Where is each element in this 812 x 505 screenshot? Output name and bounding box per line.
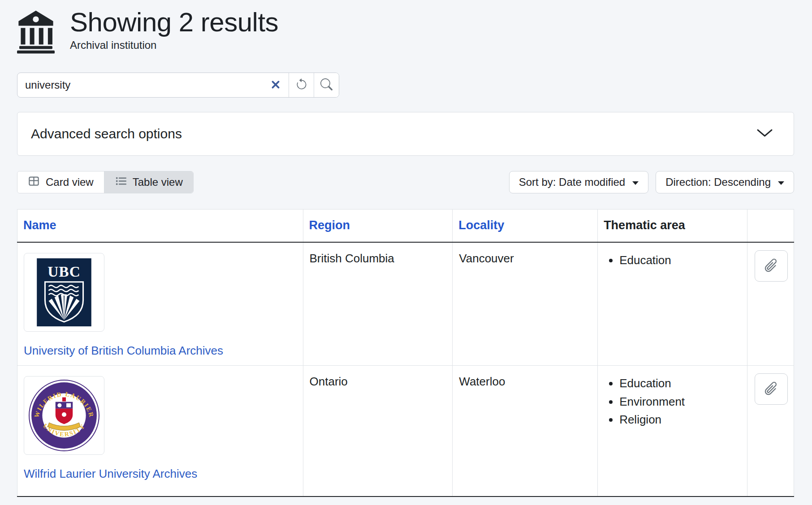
thematic-area-cell: Education bbox=[598, 242, 747, 366]
sort-name-link[interactable]: Name bbox=[23, 218, 56, 232]
locality-cell: Vancouver bbox=[453, 242, 598, 366]
region-cell: British Columbia bbox=[303, 242, 453, 366]
grid-icon bbox=[28, 175, 40, 190]
wilfrid-laurier-seal-logo[interactable]: WILFRID LAURIER UNIVERSITY bbox=[24, 376, 104, 455]
table-header-row: Name Region Locality Thematic area bbox=[17, 210, 794, 243]
column-header-locality: Locality bbox=[453, 210, 598, 243]
attachments-cell bbox=[747, 366, 794, 496]
attachments-cell bbox=[747, 242, 794, 366]
card-view-button[interactable]: Card view bbox=[17, 171, 104, 193]
theme-item: Religion bbox=[619, 411, 741, 429]
chevron-down-icon bbox=[756, 128, 773, 140]
direction-dropdown[interactable]: Direction: Descending bbox=[656, 171, 794, 193]
clear-search-button[interactable] bbox=[267, 77, 284, 94]
view-toggle-group: Card view Table view bbox=[17, 171, 194, 193]
table-row: UBC University o bbox=[17, 242, 794, 366]
thematic-area-cell: Education Environment Religion bbox=[598, 366, 747, 496]
locality-value: Vancouver bbox=[459, 250, 591, 265]
region-value: Ontario bbox=[310, 373, 446, 389]
caret-down-icon bbox=[778, 181, 784, 185]
name-cell: WILFRID LAURIER UNIVERSITY bbox=[17, 366, 303, 496]
column-header-attachments bbox=[747, 210, 794, 243]
sort-by-label: Sort by: Date modified bbox=[519, 176, 625, 188]
theme-item: Education bbox=[619, 251, 741, 270]
page-title: Showing 2 results bbox=[70, 8, 278, 36]
page-header: Showing 2 results Archival institution bbox=[17, 8, 794, 56]
paperclip-icon bbox=[763, 381, 779, 398]
sort-region-link[interactable]: Region bbox=[309, 218, 350, 232]
table-row: WILFRID LAURIER UNIVERSITY bbox=[17, 366, 794, 496]
direction-label: Direction: Descending bbox=[665, 176, 771, 188]
results-toolbar: Card view Table view Sort by bbox=[17, 171, 794, 193]
caret-down-icon bbox=[632, 181, 639, 185]
search-icon bbox=[320, 78, 333, 92]
result-name-link[interactable]: Wilfrid Laurier University Archives bbox=[24, 467, 197, 480]
column-header-thematic-area: Thematic area bbox=[598, 210, 747, 243]
table-view-label: Table view bbox=[133, 176, 183, 188]
column-header-name: Name bbox=[17, 210, 303, 243]
result-name-link[interactable]: University of British Columbia Archives bbox=[24, 344, 223, 357]
title-block: Showing 2 results Archival institution bbox=[70, 8, 278, 51]
undo-icon bbox=[295, 78, 308, 92]
theme-item: Education bbox=[619, 374, 741, 393]
sort-controls: Sort by: Date modified Direction: Descen… bbox=[509, 171, 794, 193]
clear-x-icon bbox=[271, 80, 281, 91]
paperclip-icon bbox=[763, 257, 779, 275]
search-bar bbox=[17, 73, 339, 98]
card-view-label: Card view bbox=[46, 176, 94, 188]
theme-list: Education Environment Religion bbox=[604, 374, 741, 429]
sort-by-dropdown[interactable]: Sort by: Date modified bbox=[509, 171, 648, 193]
theme-item: Environment bbox=[619, 393, 741, 411]
ubc-crest-logo[interactable]: UBC bbox=[24, 253, 104, 332]
search-results-page: Showing 2 results Archival institution bbox=[0, 0, 812, 497]
locality-value: Waterloo bbox=[459, 373, 591, 389]
list-icon bbox=[115, 175, 127, 190]
submit-search-button[interactable] bbox=[314, 73, 339, 97]
results-table: Name Region Locality Thematic area UBC bbox=[17, 209, 794, 497]
locality-cell: Waterloo bbox=[453, 366, 598, 496]
region-value: British Columbia bbox=[310, 250, 446, 265]
attachment-button[interactable] bbox=[755, 373, 788, 405]
search-input[interactable] bbox=[17, 73, 289, 97]
svg-text:UBC: UBC bbox=[48, 263, 81, 280]
advanced-search-toggle[interactable]: Advanced search options bbox=[17, 112, 794, 156]
column-header-region: Region bbox=[303, 210, 453, 243]
attachment-button[interactable] bbox=[755, 250, 788, 282]
sort-locality-link[interactable]: Locality bbox=[458, 218, 504, 232]
region-cell: Ontario bbox=[303, 366, 453, 496]
advanced-search-label: Advanced search options bbox=[31, 126, 182, 141]
reset-search-button[interactable] bbox=[289, 73, 314, 97]
landmark-icon bbox=[17, 9, 55, 56]
theme-list: Education bbox=[604, 251, 741, 270]
page-subtitle: Archival institution bbox=[70, 39, 278, 51]
search-input-wrap bbox=[17, 73, 289, 97]
table-view-button[interactable]: Table view bbox=[104, 171, 193, 193]
name-cell: UBC University o bbox=[17, 242, 303, 366]
